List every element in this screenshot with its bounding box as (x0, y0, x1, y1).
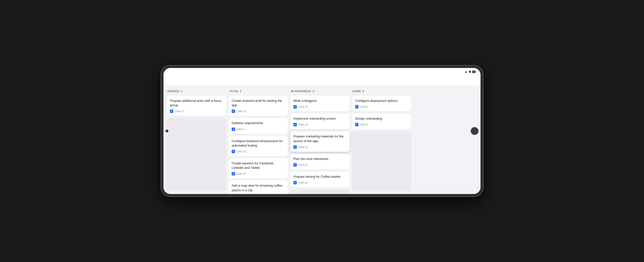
card-checkbox-icon[interactable] (232, 172, 235, 175)
card-title: Prepare marketing materials for the laun… (293, 134, 347, 143)
card-checkbox-icon[interactable] (293, 163, 297, 167)
tablet-frame: ▲ ⊕ ▮▮ PARKED1Prepare additional tests w… (161, 66, 483, 196)
card-checkbox-icon[interactable] (232, 110, 235, 113)
card-issue-id: CMA-41 (298, 146, 308, 149)
card-title: Write a blogpost (293, 99, 347, 103)
card-issue-id: CMA-3 (360, 105, 368, 108)
card-id-row: CMA-22 (293, 181, 347, 184)
card-id-row: CMA-61 (293, 163, 347, 167)
card-c7[interactable]: Write a blogpostCMA-33 (290, 96, 350, 111)
card-c13[interactable]: Design onboardingCMA-3 (352, 113, 412, 129)
column-parked: PARKED1Prepare additional tests with a f… (167, 89, 226, 191)
card-c2[interactable]: Create research brief for testing the ap… (229, 96, 288, 116)
card-checkbox-icon[interactable] (355, 105, 358, 109)
location-icon: ⊕ (469, 70, 471, 73)
column-todo: TO DO1Create research brief for testing … (229, 89, 288, 191)
card-title: Configure deployment options (355, 99, 408, 103)
column-title-inprogress: IN PROGRESS (291, 90, 311, 93)
card-c11[interactable]: Prepare desing for Coffee basketCMA-22 (290, 171, 350, 187)
column-header-todo: TO DO1 (229, 89, 288, 94)
card-c3[interactable]: Datbase requirementsCMA-4 (229, 118, 288, 134)
card-checkbox-icon[interactable] (355, 123, 358, 126)
column-count-inprogress: 2 (312, 90, 314, 93)
card-id-row: CMA-3 (355, 123, 408, 126)
status-right: ▲ ⊕ ▮▮ (465, 70, 476, 73)
column-header-parked: PARKED1 (167, 89, 226, 94)
column-footer-done (352, 131, 412, 191)
card-id-row: CMA-15 (232, 110, 285, 113)
card-checkbox-icon[interactable] (293, 105, 297, 109)
card-title: Prepare desing for Coffee basket (293, 174, 347, 179)
wifi-icon: ▲ (465, 70, 468, 73)
card-c12[interactable]: Configure deployment optionsCMA-3 (352, 96, 412, 111)
card-id-row: CMA-11 (170, 110, 223, 113)
card-c10[interactable]: Plan the next milestonesCMA-61 (290, 154, 350, 170)
nav-bar (164, 75, 480, 86)
card-id-row: CMA-4 (232, 128, 285, 131)
card-c5[interactable]: Create banners for Facebook, Linkedin an… (229, 158, 288, 178)
column-title-todo: TO DO (229, 90, 238, 93)
column-done: DONE0Configure deployment optionsCMA-3De… (352, 89, 412, 191)
card-issue-id: CMA-22 (298, 181, 308, 184)
card-id-row: CMA-18 (293, 123, 347, 126)
card-issue-id: CMA-15 (236, 110, 246, 113)
card-title: Create research brief for testing the ap… (232, 99, 285, 108)
card-title: Datbase requirements (232, 121, 285, 125)
column-footer-inprogress (290, 189, 350, 194)
card-issue-id: CMA-41 (236, 150, 246, 153)
card-id-row: CMA-31 (232, 172, 285, 175)
card-id-row: CMA-33 (293, 105, 347, 109)
card-issue-id: CMA-4 (236, 128, 245, 131)
column-header-inprogress: IN PROGRESS2 (290, 89, 350, 94)
card-issue-id: CMA-61 (298, 163, 308, 166)
card-checkbox-icon[interactable] (170, 110, 173, 113)
card-id-row: CMA-41 (293, 145, 347, 149)
column-count-todo: 1 (240, 90, 241, 93)
card-c1[interactable]: Prepare additional tests with a focus gr… (167, 96, 226, 116)
card-checkbox-icon[interactable] (232, 150, 235, 153)
column-title-done: DONE (352, 90, 361, 93)
column-count-done: 0 (362, 90, 364, 93)
battery-icon: ▮▮ (472, 70, 476, 73)
column-count-parked: 1 (181, 90, 182, 93)
card-c6[interactable]: Add a map view for browsing coffee place… (229, 180, 288, 194)
card-title: Prepare additional tests with a focus gr… (170, 99, 223, 108)
column-title-parked: PARKED (168, 90, 180, 93)
card-title: Implement onboarding screen (293, 116, 347, 121)
card-id-row: CMA-41 (232, 150, 285, 153)
card-c9[interactable]: Prepare marketing materials for the laun… (290, 131, 350, 151)
card-checkbox-icon[interactable] (293, 181, 297, 184)
card-issue-id: CMA-31 (236, 172, 246, 175)
card-issue-id: CMA-18 (298, 123, 308, 126)
card-checkbox-icon[interactable] (232, 128, 235, 131)
card-checkbox-icon[interactable] (293, 123, 297, 126)
card-title: Plan the next milestones (293, 157, 347, 161)
card-title: Create banners for Facebook, Linkedin an… (232, 161, 285, 170)
kanban-board: PARKED1Prepare additional tests with a f… (164, 86, 480, 194)
card-c8[interactable]: Implement onboarding screenCMA-18 (290, 113, 350, 129)
card-issue-id: CMA-3 (360, 123, 368, 126)
tablet-screen: ▲ ⊕ ▮▮ PARKED1Prepare additional tests w… (164, 68, 480, 194)
card-id-row: CMA-3 (355, 105, 408, 109)
column-inprogress: IN PROGRESS2Write a blogpostCMA-33Implem… (290, 89, 350, 191)
column-header-done: DONE0 (352, 89, 412, 94)
card-title: Add a map view for browsing coffee place… (232, 183, 285, 192)
card-checkbox-icon[interactable] (293, 145, 297, 149)
card-title: Configure backend infrastructure for aut… (232, 139, 285, 148)
card-title: Design onboarding (355, 116, 408, 121)
card-issue-id: CMA-11 (174, 110, 184, 113)
column-footer-parked (167, 118, 226, 191)
status-bar: ▲ ⊕ ▮▮ (164, 68, 480, 75)
card-c4[interactable]: Configure backend infrastructure for aut… (229, 136, 288, 156)
card-issue-id: CMA-33 (298, 105, 308, 108)
